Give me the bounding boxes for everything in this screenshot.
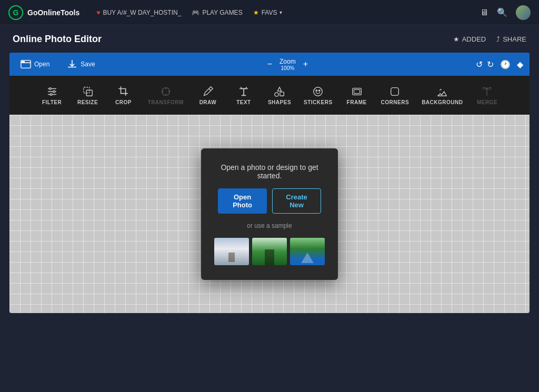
tool-filter[interactable]: FILTER — [35, 83, 69, 108]
layers-icon[interactable]: ◆ — [517, 59, 523, 69]
merge-icon — [481, 86, 493, 97]
save-icon — [66, 58, 78, 70]
open-photo-button[interactable]: Open Photo — [218, 188, 267, 214]
crop-label: CROP — [115, 99, 132, 105]
svg-point-12 — [275, 92, 278, 96]
nav-link-favs[interactable]: ★ FAVS ▾ — [253, 9, 283, 16]
sample-image-1[interactable] — [214, 238, 249, 265]
zoom-control: − Zoom 100% + — [108, 58, 467, 71]
chevron-down-icon: ▾ — [280, 9, 282, 15]
sample-image-3[interactable] — [290, 238, 325, 265]
dialog-overlay: Open a photo or design to get started. O… — [9, 115, 530, 313]
share-icon: ⤴ — [496, 35, 500, 43]
save-button[interactable]: Save — [62, 56, 99, 72]
tool-shapes[interactable]: SHAPES — [263, 83, 296, 108]
background-label: BACKGROUND — [422, 99, 463, 105]
canvas-area: Open a photo or design to get started. O… — [9, 115, 530, 313]
tool-corners[interactable]: CORNERS — [376, 83, 415, 108]
share-label: SHARE — [503, 35, 526, 43]
sample-images — [214, 238, 325, 265]
top-nav: G GoOnlineTools ♥ BUY A/#_W DAY_HOSTIN_ … — [0, 0, 539, 25]
filter-label: FILTER — [42, 99, 62, 105]
corners-icon — [389, 86, 401, 97]
page-title: Online Photo Editor — [13, 34, 102, 45]
zoom-minus-button[interactable]: − — [264, 59, 275, 69]
added-button[interactable]: ★ ADDED — [453, 35, 486, 43]
dialog-text: Open a photo or design to get started. — [218, 163, 321, 180]
tool-stickers[interactable]: STICKERS — [298, 83, 338, 108]
avatar[interactable] — [516, 5, 531, 20]
frame-label: FRAME — [347, 99, 367, 105]
open-label: Open — [34, 61, 49, 68]
redo-button[interactable]: ↻ — [487, 59, 494, 69]
nav-links: ♥ BUY A/#_W DAY_HOSTIN_ 🎮 PLAY GAMES ★ F… — [96, 9, 480, 16]
header-actions: ★ ADDED ⤴ SHARE — [453, 35, 526, 43]
search-icon[interactable]: 🔍 — [497, 7, 507, 17]
save-label: Save — [81, 61, 95, 68]
draw-icon — [202, 86, 214, 97]
logo-icon: G — [8, 5, 23, 20]
sliders-icon — [46, 86, 58, 97]
gamepad-icon: 🎮 — [192, 9, 199, 16]
open-button[interactable]: Open — [16, 56, 54, 72]
shapes-label: SHAPES — [268, 99, 291, 105]
shapes-icon — [274, 86, 285, 97]
star-icon: ★ — [253, 9, 259, 16]
page-header: Online Photo Editor ★ ADDED ⤴ SHARE — [0, 25, 539, 53]
transform-icon — [160, 86, 172, 97]
resize-label: RESIZE — [77, 99, 98, 105]
tool-frame[interactable]: FRAME — [340, 83, 374, 108]
transform-label: TRANSFORM — [148, 99, 184, 105]
star-added-icon: ★ — [453, 35, 460, 43]
undo-redo-group: ↺ ↻ — [476, 59, 494, 69]
sample-text: or use a sample — [247, 222, 292, 229]
logo[interactable]: G GoOnlineTools — [8, 5, 79, 20]
tool-draw[interactable]: DRAW — [191, 83, 225, 108]
tool-resize[interactable]: RESIZE — [71, 83, 105, 108]
nav-right: 🖥 🔍 — [480, 5, 531, 20]
stickers-label: STICKERS — [304, 99, 333, 105]
svg-point-15 — [319, 90, 320, 91]
editor-top-right: ↺ ↻ 🕐 ◆ — [476, 59, 523, 69]
zoom-label: Zoom — [280, 58, 296, 65]
svg-rect-17 — [354, 89, 360, 93]
sample-image-2[interactable] — [252, 238, 287, 265]
zoom-percent: 100% — [280, 65, 296, 71]
open-icon — [20, 58, 32, 70]
nav-link-favs-label: FAVS — [262, 9, 277, 16]
monitor-icon[interactable]: 🖥 — [480, 8, 488, 17]
create-new-button[interactable]: Create New — [272, 188, 321, 214]
background-icon — [436, 86, 448, 97]
svg-point-5 — [49, 87, 51, 89]
share-button[interactable]: ⤴ SHARE — [496, 35, 526, 43]
dialog-buttons: Open Photo Create New — [218, 188, 321, 214]
undo-button[interactable]: ↺ — [476, 59, 483, 69]
svg-point-13 — [314, 87, 323, 96]
heart-icon: ♥ — [96, 9, 100, 16]
corners-label: CORNERS — [381, 99, 410, 105]
logo-text: GoOnlineTools — [27, 8, 79, 17]
history-icon[interactable]: 🕐 — [500, 59, 511, 69]
svg-rect-11 — [280, 92, 284, 95]
nav-link-hosting[interactable]: ♥ BUY A/#_W DAY_HOSTIN_ — [96, 9, 181, 16]
tool-background[interactable]: BACKGROUND — [416, 83, 468, 108]
start-dialog: Open a photo or design to get started. O… — [201, 148, 338, 280]
nav-link-games-label: PLAY GAMES — [202, 9, 242, 16]
svg-point-6 — [53, 91, 55, 93]
svg-point-7 — [50, 93, 52, 95]
zoom-plus-button[interactable]: + — [300, 59, 311, 69]
crop-icon — [118, 86, 129, 97]
resize-icon — [82, 86, 94, 97]
added-label: ADDED — [462, 35, 486, 43]
nav-link-games[interactable]: 🎮 PLAY GAMES — [192, 9, 242, 16]
frame-icon — [351, 86, 363, 97]
tool-merge: MERGE — [470, 83, 504, 108]
draw-label: DRAW — [199, 99, 217, 105]
stickers-icon — [312, 86, 324, 97]
zoom-display: Zoom 100% — [280, 58, 296, 71]
tool-transform: TRANSFORM — [143, 83, 189, 108]
svg-rect-18 — [391, 87, 399, 95]
text-label: TEXT — [236, 99, 251, 105]
tool-text[interactable]: TEXT — [227, 83, 261, 108]
tool-crop[interactable]: CROP — [107, 83, 141, 108]
